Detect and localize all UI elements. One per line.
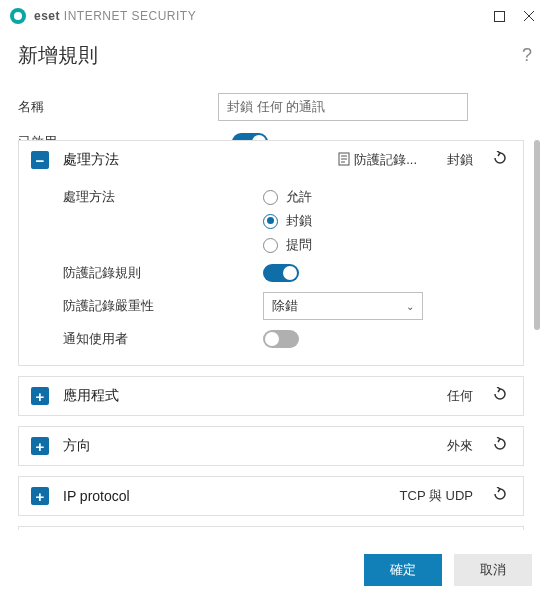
help-icon[interactable]: ? [522, 45, 532, 66]
reset-icon[interactable] [491, 151, 511, 169]
log-rule-toggle[interactable] [263, 264, 299, 282]
chevron-down-icon: ⌄ [406, 301, 414, 312]
cancel-button[interactable]: 取消 [454, 554, 532, 586]
reset-icon[interactable] [491, 487, 511, 505]
section-direction: + 方向 外來 [18, 426, 524, 466]
method-label: 處理方法 [63, 188, 263, 206]
reset-icon[interactable] [491, 387, 511, 405]
section-app-title: 應用程式 [63, 387, 447, 405]
expand-icon: + [31, 437, 49, 455]
logging-link[interactable]: 防護記錄... [338, 151, 417, 169]
ok-button[interactable]: 確定 [364, 554, 442, 586]
notify-label: 通知使用者 [63, 330, 263, 348]
section-app: + 應用程式 任何 [18, 376, 524, 416]
section-app-header[interactable]: + 應用程式 任何 [19, 377, 523, 415]
log-rule-label: 防護記錄規則 [63, 264, 263, 282]
section-protocol-summary: TCP 與 UDP [400, 487, 473, 505]
section-direction-title: 方向 [63, 437, 447, 455]
collapse-icon: − [31, 151, 49, 169]
radio-block[interactable]: 封鎖 [263, 212, 312, 230]
radio-allow[interactable]: 允許 [263, 188, 312, 206]
radio-icon [263, 190, 278, 205]
section-handling-header[interactable]: − 處理方法 防護記錄... 封鎖 [19, 141, 523, 179]
section-app-summary: 任何 [447, 387, 473, 405]
maximize-button[interactable] [484, 4, 514, 28]
severity-label: 防護記錄嚴重性 [63, 297, 263, 315]
section-protocol-title: IP protocol [63, 488, 400, 504]
section-direction-summary: 外來 [447, 437, 473, 455]
brand-text: eset INTERNET SECURITY [34, 9, 196, 23]
notify-toggle[interactable] [263, 330, 299, 348]
close-button[interactable] [514, 4, 544, 28]
section-protocol-header[interactable]: + IP protocol TCP 與 UDP [19, 477, 523, 515]
section-protocol: + IP protocol TCP 與 UDP [18, 476, 524, 516]
scrollbar[interactable] [534, 140, 540, 530]
section-handling: − 處理方法 防護記錄... 封鎖 處理方法 [18, 140, 524, 366]
radio-ask[interactable]: 提問 [263, 236, 312, 254]
svg-rect-0 [494, 11, 504, 21]
rule-name-input[interactable] [218, 93, 468, 121]
radio-icon [263, 238, 278, 253]
expand-icon: + [31, 387, 49, 405]
severity-select[interactable]: 除錯 ⌄ [263, 292, 423, 320]
expand-icon: + [31, 487, 49, 505]
section-direction-header[interactable]: + 方向 外來 [19, 427, 523, 465]
section-handling-title: 處理方法 [63, 151, 338, 169]
document-icon [338, 152, 350, 169]
page-title: 新增規則 [18, 42, 98, 69]
section-handling-summary: 封鎖 [447, 151, 473, 169]
name-label: 名稱 [18, 98, 218, 116]
eset-logo-icon [10, 8, 26, 24]
reset-icon[interactable] [491, 437, 511, 455]
scrollbar-thumb[interactable] [534, 140, 540, 330]
radio-icon [263, 214, 278, 229]
section-local-header[interactable]: + 本機主機 任何 [19, 527, 523, 530]
section-local: + 本機主機 任何 [18, 526, 524, 530]
